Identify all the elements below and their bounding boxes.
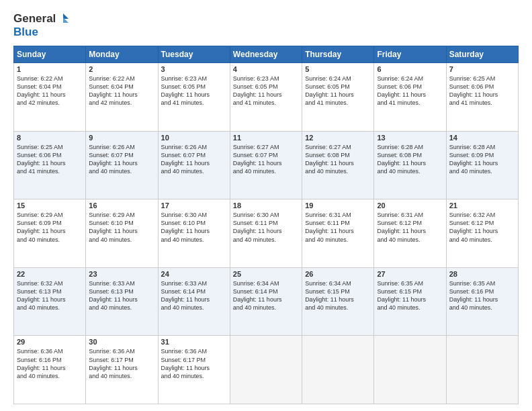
day-cell: 10Sunrise: 6:26 AM Sunset: 6:07 PM Dayli… [158,131,230,199]
day-number: 26 [305,270,371,278]
day-cell: 7Sunrise: 6:25 AM Sunset: 6:06 PM Daylig… [446,63,518,132]
day-number: 11 [233,134,299,142]
day-info: Sunrise: 6:31 AM Sunset: 6:11 PM Dayligh… [305,211,371,244]
day-info: Sunrise: 6:35 AM Sunset: 6:16 PM Dayligh… [449,279,515,312]
column-header-thursday: Thursday [302,46,374,63]
day-info: Sunrise: 6:28 AM Sunset: 6:09 PM Dayligh… [449,143,515,176]
day-cell: 21Sunrise: 6:32 AM Sunset: 6:12 PM Dayli… [446,199,518,268]
logo-general-text: General [13,12,56,26]
day-cell: 13Sunrise: 6:28 AM Sunset: 6:08 PM Dayli… [374,131,446,199]
day-cell: 15Sunrise: 6:29 AM Sunset: 6:09 PM Dayli… [14,199,86,268]
day-info: Sunrise: 6:36 AM Sunset: 6:17 PM Dayligh… [89,347,154,380]
day-number: 6 [377,65,443,73]
day-number: 13 [377,134,443,142]
day-info: Sunrise: 6:29 AM Sunset: 6:09 PM Dayligh… [17,211,83,244]
day-cell: 3Sunrise: 6:23 AM Sunset: 6:05 PM Daylig… [158,63,230,132]
logo: General Blue [13,12,71,39]
day-cell: 31Sunrise: 6:36 AM Sunset: 6:17 PM Dayli… [158,336,230,404]
page: General Blue SundayMondayTuesdayWednesda… [0,0,532,411]
day-cell: 29Sunrise: 6:36 AM Sunset: 6:16 PM Dayli… [14,336,86,404]
day-cell: 1Sunrise: 6:22 AM Sunset: 6:04 PM Daylig… [14,63,86,132]
day-number: 18 [233,201,299,210]
day-number: 27 [377,270,443,278]
day-number: 22 [17,270,83,278]
day-cell: 6Sunrise: 6:24 AM Sunset: 6:06 PM Daylig… [374,63,446,132]
column-header-saturday: Saturday [446,46,518,63]
day-info: Sunrise: 6:29 AM Sunset: 6:10 PM Dayligh… [89,211,154,244]
day-cell: 20Sunrise: 6:31 AM Sunset: 6:12 PM Dayli… [374,199,446,268]
svg-marker-0 [63,13,69,19]
day-number: 7 [449,65,515,73]
day-number: 14 [449,134,515,142]
day-cell: 4Sunrise: 6:23 AM Sunset: 6:05 PM Daylig… [230,63,302,132]
day-cell: 27Sunrise: 6:35 AM Sunset: 6:15 PM Dayli… [374,267,446,336]
day-number: 31 [161,338,227,346]
column-header-sunday: Sunday [14,46,86,63]
header: General Blue [13,12,519,39]
day-info: Sunrise: 6:22 AM Sunset: 6:04 PM Dayligh… [89,75,154,107]
day-number: 5 [305,65,371,73]
week-row-3: 15Sunrise: 6:29 AM Sunset: 6:09 PM Dayli… [14,199,519,268]
day-number: 9 [89,134,154,142]
day-cell: 17Sunrise: 6:30 AM Sunset: 6:10 PM Dayli… [158,199,230,268]
day-info: Sunrise: 6:23 AM Sunset: 6:05 PM Dayligh… [161,75,227,107]
week-row-1: 1Sunrise: 6:22 AM Sunset: 6:04 PM Daylig… [14,63,519,132]
day-cell [230,336,302,404]
day-cell: 22Sunrise: 6:32 AM Sunset: 6:13 PM Dayli… [14,267,86,336]
week-row-2: 8Sunrise: 6:25 AM Sunset: 6:06 PM Daylig… [14,131,519,199]
day-number: 8 [17,134,83,142]
column-header-tuesday: Tuesday [158,46,230,63]
day-cell: 12Sunrise: 6:27 AM Sunset: 6:08 PM Dayli… [302,131,374,199]
day-number: 30 [89,338,154,346]
day-info: Sunrise: 6:27 AM Sunset: 6:07 PM Dayligh… [233,143,299,176]
day-cell: 11Sunrise: 6:27 AM Sunset: 6:07 PM Dayli… [230,131,302,199]
day-number: 3 [161,65,227,73]
day-number: 24 [161,270,227,278]
day-info: Sunrise: 6:27 AM Sunset: 6:08 PM Dayligh… [305,143,371,176]
day-number: 16 [89,201,154,210]
day-info: Sunrise: 6:35 AM Sunset: 6:15 PM Dayligh… [377,279,443,312]
day-cell: 19Sunrise: 6:31 AM Sunset: 6:11 PM Dayli… [302,199,374,268]
day-info: Sunrise: 6:26 AM Sunset: 6:07 PM Dayligh… [161,143,227,176]
day-info: Sunrise: 6:25 AM Sunset: 6:06 PM Dayligh… [17,143,83,176]
day-number: 17 [161,201,227,210]
day-info: Sunrise: 6:33 AM Sunset: 6:14 PM Dayligh… [161,279,227,312]
day-number: 20 [377,201,443,210]
logo-arrow-icon [56,12,70,26]
day-cell [302,336,374,404]
day-cell: 25Sunrise: 6:34 AM Sunset: 6:14 PM Dayli… [230,267,302,336]
calendar-table: SundayMondayTuesdayWednesdayThursdayFrid… [13,46,519,404]
day-number: 2 [89,65,154,73]
day-cell: 9Sunrise: 6:26 AM Sunset: 6:07 PM Daylig… [86,131,158,199]
day-cell: 8Sunrise: 6:25 AM Sunset: 6:06 PM Daylig… [14,131,86,199]
day-number: 21 [449,201,515,210]
day-cell: 24Sunrise: 6:33 AM Sunset: 6:14 PM Dayli… [158,267,230,336]
day-cell: 16Sunrise: 6:29 AM Sunset: 6:10 PM Dayli… [86,199,158,268]
day-number: 25 [233,270,299,278]
day-number: 1 [17,65,83,73]
day-info: Sunrise: 6:31 AM Sunset: 6:12 PM Dayligh… [377,211,443,244]
day-info: Sunrise: 6:28 AM Sunset: 6:08 PM Dayligh… [377,143,443,176]
day-cell: 5Sunrise: 6:24 AM Sunset: 6:05 PM Daylig… [302,63,374,132]
day-info: Sunrise: 6:36 AM Sunset: 6:17 PM Dayligh… [161,347,227,380]
day-info: Sunrise: 6:36 AM Sunset: 6:16 PM Dayligh… [17,347,83,380]
day-number: 23 [89,270,154,278]
week-row-4: 22Sunrise: 6:32 AM Sunset: 6:13 PM Dayli… [14,267,519,336]
day-number: 19 [305,201,371,210]
day-info: Sunrise: 6:33 AM Sunset: 6:13 PM Dayligh… [89,279,154,312]
day-number: 29 [17,338,83,346]
column-header-monday: Monday [86,46,158,63]
logo-blue-text: Blue [13,26,38,38]
day-cell [446,336,518,404]
day-number: 4 [233,65,299,73]
day-info: Sunrise: 6:32 AM Sunset: 6:12 PM Dayligh… [449,211,515,244]
day-number: 10 [161,134,227,142]
day-info: Sunrise: 6:34 AM Sunset: 6:15 PM Dayligh… [305,279,371,312]
day-info: Sunrise: 6:25 AM Sunset: 6:06 PM Dayligh… [449,75,515,107]
day-info: Sunrise: 6:34 AM Sunset: 6:14 PM Dayligh… [233,279,299,312]
day-number: 12 [305,134,371,142]
day-info: Sunrise: 6:23 AM Sunset: 6:05 PM Dayligh… [233,75,299,107]
week-row-5: 29Sunrise: 6:36 AM Sunset: 6:16 PM Dayli… [14,336,519,404]
day-cell [374,336,446,404]
day-info: Sunrise: 6:22 AM Sunset: 6:04 PM Dayligh… [17,75,83,107]
